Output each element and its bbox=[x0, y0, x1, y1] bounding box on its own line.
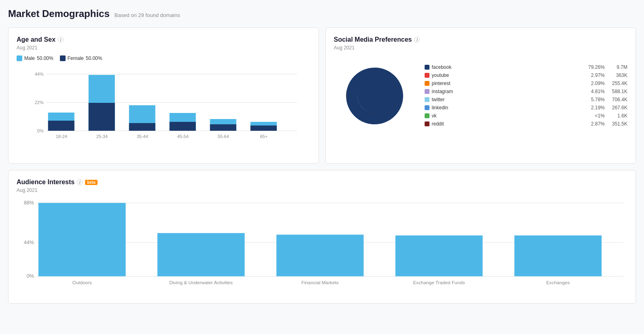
age-sex-chart: 44% 22% 0% 18-24 25-34 35-44 bbox=[17, 66, 310, 155]
svg-rect-13 bbox=[129, 123, 155, 131]
audience-interests-info-icon[interactable]: i bbox=[77, 179, 83, 185]
svg-rect-16 bbox=[170, 122, 196, 131]
social-media-card: Social Media Preferences i Aug 2021 bbox=[325, 28, 636, 164]
social-legend-linkedin: linkedin 2.19% 267.6K bbox=[425, 105, 628, 111]
svg-rect-32 bbox=[38, 203, 126, 276]
svg-rect-7 bbox=[48, 121, 74, 131]
social-legend-pinterest: pinterest 2.09% 255.4K bbox=[425, 81, 628, 86]
social-legend-reddit: reddit 2.87% 351.5K bbox=[425, 121, 628, 127]
svg-rect-10 bbox=[89, 103, 115, 131]
svg-rect-22 bbox=[251, 126, 277, 131]
svg-rect-40 bbox=[514, 236, 602, 277]
social-media-date: Aug 2021 bbox=[334, 45, 628, 51]
social-legend-twitter: twitter 5.78% 706.4K bbox=[425, 97, 628, 102]
age-sex-card: Age and Sex i Aug 2021 Male 50.00% Femal… bbox=[8, 28, 319, 164]
age-sex-legend: Male 50.00% Female 50.00% bbox=[17, 55, 310, 61]
audience-interests-title: Audience Interests i beta bbox=[17, 179, 627, 186]
male-legend-item: Male 50.00% bbox=[17, 55, 53, 61]
social-legend-vk: vk <1% 1.6K bbox=[425, 113, 628, 119]
audience-interests-card: Audience Interests i beta Aug 2021 88% 4… bbox=[8, 170, 636, 304]
male-pct: 50.00% bbox=[37, 55, 53, 61]
age-sex-title: Age and Sex i bbox=[17, 36, 310, 43]
svg-text:35-44: 35-44 bbox=[137, 134, 148, 139]
social-legend-youtube: youtube 2.97% 363K bbox=[425, 72, 628, 78]
svg-text:Exchanges: Exchanges bbox=[546, 280, 570, 285]
social-media-legend: facebook 79.26% 9.7M youtube 2.97% 363K … bbox=[425, 64, 628, 129]
svg-text:0%: 0% bbox=[37, 128, 44, 133]
female-pct: 50.00% bbox=[86, 55, 102, 61]
svg-rect-36 bbox=[276, 235, 364, 277]
svg-text:45-54: 45-54 bbox=[177, 134, 189, 139]
svg-text:0%: 0% bbox=[27, 273, 34, 279]
page-subtitle: Based on 29 found domains bbox=[115, 12, 180, 18]
svg-text:22%: 22% bbox=[35, 100, 44, 105]
svg-rect-19 bbox=[210, 124, 236, 131]
male-color-box bbox=[17, 55, 22, 61]
svg-text:55-64: 55-64 bbox=[218, 134, 229, 139]
audience-interests-chart: 88% 44% 0% Outdoors Diving & Underwater … bbox=[17, 198, 627, 295]
svg-text:44%: 44% bbox=[24, 239, 34, 245]
age-sex-info-icon[interactable]: i bbox=[58, 37, 64, 43]
svg-text:65+: 65+ bbox=[260, 134, 268, 139]
svg-rect-38 bbox=[395, 236, 483, 277]
svg-text:Exchange Traded Funds: Exchange Traded Funds bbox=[413, 280, 465, 285]
social-legend-instagram: instagram 4.81% 588.1K bbox=[425, 89, 628, 94]
social-media-info-icon[interactable]: i bbox=[414, 37, 420, 43]
svg-text:Outdoors: Outdoors bbox=[72, 280, 92, 285]
social-media-content: facebook 79.26% 9.7M youtube 2.97% 363K … bbox=[334, 55, 628, 138]
female-label: Female bbox=[68, 55, 84, 61]
social-legend-facebook: facebook 79.26% 9.7M bbox=[425, 64, 628, 70]
female-color-box bbox=[60, 55, 66, 61]
donut-chart bbox=[334, 55, 415, 138]
age-sex-date: Aug 2021 bbox=[17, 45, 310, 51]
svg-text:25-34: 25-34 bbox=[96, 134, 108, 139]
svg-text:44%: 44% bbox=[35, 72, 44, 77]
svg-text:Diving & Underwater Activities: Diving & Underwater Activities bbox=[169, 280, 233, 285]
female-legend-item: Female 50.00% bbox=[60, 55, 102, 61]
beta-badge: beta bbox=[85, 180, 98, 185]
svg-text:88%: 88% bbox=[24, 200, 34, 206]
social-media-title: Social Media Preferences i bbox=[334, 36, 628, 43]
male-label: Male bbox=[24, 55, 35, 61]
audience-interests-date: Aug 2021 bbox=[17, 187, 627, 193]
svg-text:Financial Markets: Financial Markets bbox=[302, 280, 339, 285]
svg-rect-34 bbox=[157, 233, 245, 277]
page-title: Market Demographics bbox=[8, 8, 110, 19]
svg-text:18-24: 18-24 bbox=[56, 134, 67, 139]
